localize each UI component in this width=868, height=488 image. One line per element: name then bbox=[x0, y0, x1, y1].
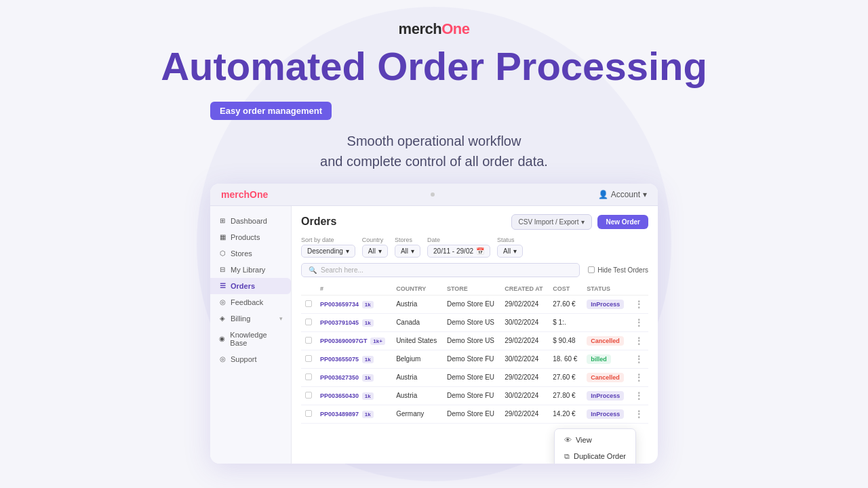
country-filter: Country All ▾ bbox=[362, 237, 388, 258]
row-checkbox-cell bbox=[301, 313, 316, 331]
csv-import-export-button[interactable]: CSV Import / Export ▾ bbox=[511, 214, 593, 230]
row-created-cell: 30/02/2024 bbox=[500, 313, 549, 331]
col-actions bbox=[630, 283, 648, 296]
status-badge: Cancelled bbox=[587, 336, 624, 346]
row-created-cell: 29/02/2024 bbox=[500, 405, 549, 423]
row-actions-cell: ⋮ bbox=[630, 331, 648, 350]
col-status: STATUS bbox=[583, 283, 630, 296]
row-checkbox[interactable] bbox=[305, 337, 312, 344]
context-menu-duplicate-label: Duplicate Order bbox=[574, 452, 626, 460]
status-badge: InProcess bbox=[587, 409, 624, 419]
row-checkbox[interactable] bbox=[305, 300, 312, 307]
row-dots-menu[interactable]: ⋮ bbox=[634, 354, 644, 365]
chevron-down-icon: ▾ bbox=[346, 247, 349, 255]
sidebar-item-label: Knowledge Base bbox=[230, 331, 283, 347]
hide-test-checkbox[interactable] bbox=[588, 266, 595, 273]
logo-one: One bbox=[441, 20, 469, 37]
status-label: Status bbox=[497, 237, 523, 243]
col-store: STORE bbox=[443, 283, 500, 296]
table-row: PP003627350 1k Austria Demo Store EU 29/… bbox=[301, 368, 648, 386]
search-placeholder: Search here... bbox=[321, 266, 363, 274]
col-created: CREATED AT bbox=[500, 283, 549, 296]
country-select[interactable]: All ▾ bbox=[362, 245, 388, 258]
context-menu-duplicate[interactable]: ⧉ Duplicate Order bbox=[555, 448, 635, 464]
sidebar-item-label: Dashboard bbox=[231, 217, 267, 225]
sidebar-item-orders[interactable]: ☰ Orders bbox=[210, 278, 291, 294]
sidebar-item-my-library[interactable]: ⊟ My Library bbox=[210, 262, 291, 278]
row-cost-cell: 18. 60 € bbox=[549, 350, 583, 368]
sidebar-item-feedback[interactable]: ◎ Feedback bbox=[210, 294, 291, 310]
row-created-cell: 29/02/2024 bbox=[500, 295, 549, 313]
row-status-cell: billed bbox=[583, 350, 630, 368]
row-checkbox[interactable] bbox=[305, 319, 312, 325]
new-order-button[interactable]: New Order bbox=[597, 215, 648, 229]
search-box[interactable]: 🔍 Search here... bbox=[301, 263, 580, 277]
row-checkbox-cell bbox=[301, 350, 316, 368]
chevron-down-icon: ▾ bbox=[513, 247, 517, 255]
chevron-down-icon: ▾ bbox=[378, 247, 382, 255]
csv-label: CSV Import / Export bbox=[519, 218, 579, 226]
row-store-cell: Demo Store US bbox=[443, 313, 500, 331]
context-menu-view-label: View bbox=[576, 436, 592, 444]
row-id-cell: PP003627350 1k bbox=[316, 368, 392, 386]
col-country: COUNTRY bbox=[392, 283, 443, 296]
row-status-cell: InProcess bbox=[583, 295, 630, 313]
row-dots-menu[interactable]: ⋮ bbox=[634, 299, 644, 310]
date-label: Date bbox=[427, 237, 490, 243]
subtext: Orders Smooth operational workflow and c… bbox=[320, 131, 548, 171]
sidebar-item-products[interactable]: ▦ Products bbox=[210, 229, 291, 245]
orders-title: Orders bbox=[301, 216, 336, 228]
sidebar-item-billing[interactable]: ◈ Billing ▾ bbox=[210, 310, 291, 327]
sidebar-item-stores[interactable]: ⬡ Stores bbox=[210, 245, 291, 262]
sort-select[interactable]: Descending ▾ bbox=[301, 245, 355, 258]
date-filter: Date 20/11 - 29/02 📅 bbox=[427, 237, 490, 258]
date-select[interactable]: 20/11 - 29/02 📅 bbox=[427, 245, 490, 258]
row-checkbox-cell bbox=[301, 331, 316, 350]
hide-test-orders[interactable]: Hide Test Orders bbox=[588, 266, 648, 274]
status-badge: billed bbox=[587, 354, 611, 364]
order-tag: 1k+ bbox=[370, 338, 385, 345]
order-tag: 1k bbox=[362, 392, 374, 400]
row-created-cell: 30/02/2024 bbox=[500, 350, 549, 368]
sidebar-item-label: Stores bbox=[231, 249, 252, 258]
subtext-line2: and complete control of all order data. bbox=[320, 151, 548, 171]
context-menu-view[interactable]: 👁 View bbox=[555, 432, 635, 448]
row-country-cell: Belgium bbox=[392, 350, 443, 368]
row-dots-menu[interactable]: ⋮ bbox=[634, 372, 644, 383]
titlebar-dot bbox=[431, 192, 435, 197]
titlebar-account[interactable]: 👤 Account ▾ bbox=[598, 190, 647, 199]
library-icon: ⊟ bbox=[218, 266, 226, 274]
page-heading: Automated Order Processing bbox=[161, 45, 707, 88]
sidebar-item-label: Support bbox=[231, 355, 257, 363]
row-country-cell: Canada bbox=[392, 313, 443, 331]
status-badge: Cancelled bbox=[587, 373, 624, 382]
row-dots-menu[interactable]: ⋮ bbox=[634, 390, 644, 401]
stores-value: All bbox=[401, 247, 408, 255]
status-filter: Status All ▾ bbox=[497, 237, 523, 258]
row-checkbox[interactable] bbox=[305, 355, 312, 362]
orders-header: Orders CSV Import / Export ▾ New Order bbox=[301, 214, 648, 230]
sidebar-item-knowledge-base[interactable]: ◉ Knowledge Base bbox=[210, 327, 291, 351]
stores-filter: Stores All ▾ bbox=[395, 237, 420, 258]
sort-value: Descending bbox=[307, 247, 343, 255]
status-select[interactable]: All ▾ bbox=[497, 245, 523, 258]
row-id-cell: PP003489897 1k bbox=[316, 405, 392, 423]
sidebar-item-dashboard[interactable]: ⊞ Dashboard bbox=[210, 213, 291, 229]
app-body: ⊞ Dashboard ▦ Products ⬡ Stores ⊟ My Lib… bbox=[210, 206, 658, 464]
titlebar-logo: merchOne bbox=[221, 189, 268, 200]
stores-select[interactable]: All ▾ bbox=[395, 245, 420, 258]
titlebar-logo-merch: merch bbox=[221, 189, 250, 200]
order-id: PP003690097GT bbox=[320, 338, 368, 344]
row-checkbox[interactable] bbox=[305, 392, 312, 399]
row-country-cell: Austria bbox=[392, 386, 443, 405]
row-checkbox[interactable] bbox=[305, 373, 312, 380]
row-country-cell: Austria bbox=[392, 295, 443, 313]
row-dots-menu[interactable]: ⋮ bbox=[634, 336, 644, 346]
sidebar-item-label: Feedback bbox=[231, 298, 263, 306]
sidebar-item-support[interactable]: ◎ Support bbox=[210, 351, 291, 367]
row-store-cell: Demo Store EU bbox=[443, 295, 500, 313]
row-dots-menu[interactable]: ⋮ bbox=[634, 409, 644, 420]
country-value: All bbox=[368, 247, 376, 255]
row-dots-menu[interactable]: ⋮ bbox=[634, 317, 644, 328]
row-checkbox[interactable] bbox=[305, 410, 312, 417]
